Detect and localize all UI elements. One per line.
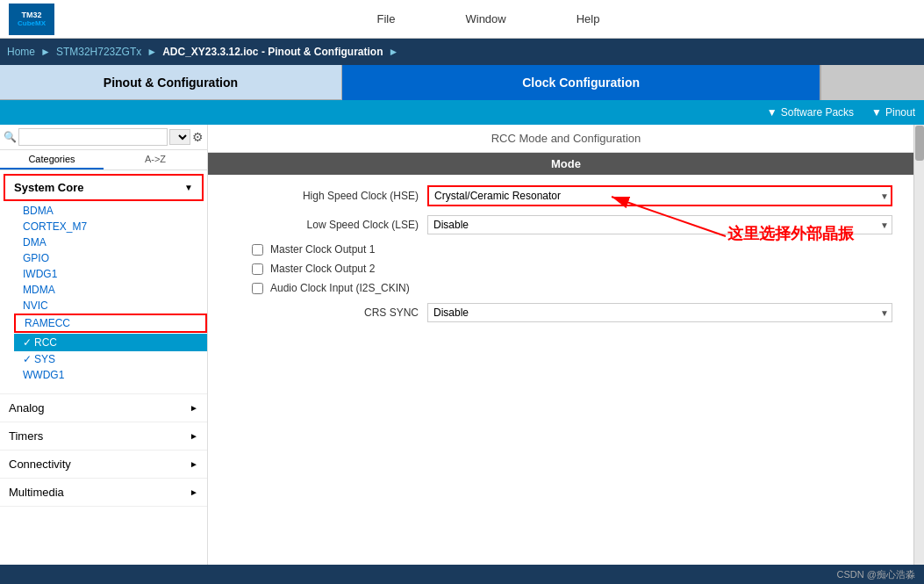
search-input[interactable] xyxy=(18,128,168,146)
search-dropdown[interactable] xyxy=(169,129,190,145)
breadcrumb-home[interactable]: Home xyxy=(7,46,35,58)
breadcrumb-sep-2: ► xyxy=(147,46,157,58)
check-icon-rcc: ✓ xyxy=(23,336,32,349)
bottom-text: CSDN @痴心浩淼 xyxy=(837,568,915,581)
master-clock-1-checkbox[interactable] xyxy=(252,244,263,256)
tab-pinout-config[interactable]: Pinout & Configuration xyxy=(0,65,342,100)
check-icon-sys: ✓ xyxy=(23,353,32,365)
tab-clock-config[interactable]: Clock Configuration xyxy=(342,65,820,100)
list-item-sys[interactable]: ✓ SYS xyxy=(14,351,207,367)
sub-tab-pinout[interactable]: ▼ Pinout xyxy=(871,106,915,119)
menu-file[interactable]: File xyxy=(377,12,396,25)
breadcrumb-sep-3: ► xyxy=(389,46,399,58)
list-item-mdma[interactable]: MDMA xyxy=(14,282,207,298)
scrollbar-thumb[interactable] xyxy=(915,126,924,161)
chevron-right-multimedia: ► xyxy=(190,487,198,497)
list-item-cortex[interactable]: CORTEX_M7 xyxy=(14,219,207,234)
breadcrumb-device[interactable]: STM32H723ZGTx xyxy=(56,46,141,58)
breadcrumb-sep-1: ► xyxy=(40,46,51,58)
list-item-dma[interactable]: DMA xyxy=(14,234,207,250)
chevron-right-connectivity: ► xyxy=(190,459,198,469)
list-item-bdma[interactable]: BDMA xyxy=(14,203,207,219)
master-clock-2-row: Master Clock Output 2 xyxy=(226,263,906,275)
master-clock-2-checkbox[interactable] xyxy=(252,263,263,275)
menu-help[interactable]: Help xyxy=(577,12,600,25)
master-clock-1-row: Master Clock Output 1 xyxy=(226,243,906,256)
hse-select[interactable]: Crystal/Ceramic Resonator Disable BYPASS… xyxy=(427,185,892,206)
crs-sync-label: CRS SYNC xyxy=(226,306,419,319)
master-clock-1-label: Master Clock Output 1 xyxy=(270,243,375,256)
sidebar: 🔍 ⚙ Categories A->Z System Core ▼ BDMA C… xyxy=(0,125,208,565)
sidebar-tab-categories[interactable]: Categories xyxy=(0,150,104,169)
list-item-nvic[interactable]: NVIC xyxy=(14,298,207,314)
annotation-text: 这里选择外部晶振 xyxy=(727,223,854,244)
content-title: RCC Mode and Configuration xyxy=(208,125,924,153)
bottom-bar: CSDN @痴心浩淼 xyxy=(0,565,924,584)
category-connectivity[interactable]: Connectivity ► xyxy=(0,451,207,479)
search-icon: 🔍 xyxy=(4,131,17,143)
mode-header: Mode xyxy=(208,153,924,175)
gear-icon[interactable]: ⚙ xyxy=(192,130,204,144)
chevron-right-analog: ► xyxy=(190,403,198,413)
master-clock-2-label: Master Clock Output 2 xyxy=(270,263,375,275)
sidebar-items-list: BDMA CORTEX_M7 DMA GPIO IWDG1 MDMA NVIC … xyxy=(0,203,207,383)
list-item-rcc[interactable]: ✓ RCC xyxy=(14,334,207,351)
audio-clock-row: Audio Clock Input (I2S_CKIN) xyxy=(226,282,906,294)
category-analog[interactable]: Analog ► xyxy=(0,393,207,422)
lse-label: Low Speed Clock (LSE) xyxy=(226,219,419,231)
app-logo: TM32 CubeMX xyxy=(9,4,54,35)
tab-extra[interactable] xyxy=(820,65,924,100)
sidebar-tab-az[interactable]: A->Z xyxy=(104,150,207,169)
list-item-ramecc[interactable]: RAMECC xyxy=(14,314,207,333)
sub-tab-software-packs[interactable]: ▼ Software Packs xyxy=(767,106,854,119)
logo-tm32: TM32 xyxy=(21,11,41,20)
category-timers[interactable]: Timers ► xyxy=(0,422,207,451)
list-item-iwdg1[interactable]: IWDG1 xyxy=(14,266,207,282)
breadcrumb-file: ADC_XY23.3.12.ioc - Pinout & Configurati… xyxy=(162,46,383,58)
chevron-right-timers: ► xyxy=(190,431,198,441)
chevron-down-icon: ▼ xyxy=(184,183,193,192)
list-item-gpio[interactable]: GPIO xyxy=(14,250,207,266)
category-system-core[interactable]: System Core ▼ xyxy=(5,176,202,199)
audio-clock-label: Audio Clock Input (I2S_CKIN) xyxy=(270,282,410,294)
logo-cubemx: CubeMX xyxy=(18,19,46,27)
category-multimedia[interactable]: Multimedia ► xyxy=(0,479,207,507)
content-area: RCC Mode and Configuration Mode High Spe… xyxy=(208,125,924,565)
hse-label: High Speed Clock (HSE) xyxy=(226,190,419,202)
audio-clock-checkbox[interactable] xyxy=(252,283,263,294)
menu-window[interactable]: Window xyxy=(465,12,505,25)
crs-sync-select[interactable]: Disable USB OTG FS USB OTG HS xyxy=(427,303,892,322)
list-item-wwdg1[interactable]: WWDG1 xyxy=(14,367,207,383)
